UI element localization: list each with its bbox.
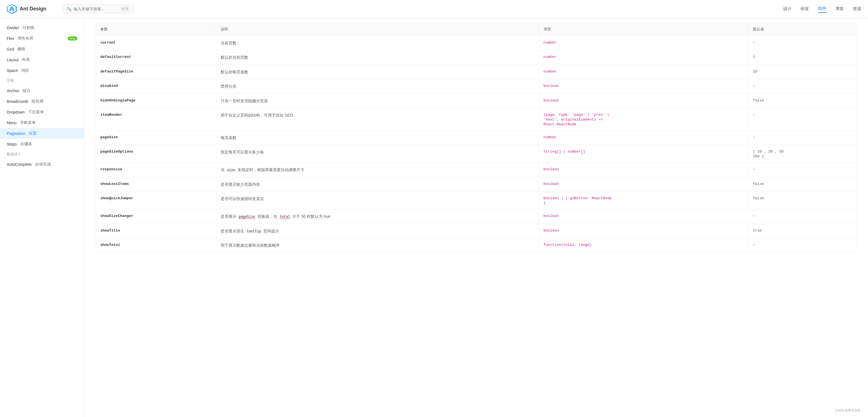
prop-name: pageSize	[100, 135, 118, 139]
prop-name: pageSizeOptions	[100, 150, 133, 154]
col-header-desc: 说明	[216, 23, 539, 36]
table-row: current 当前页数 number –	[96, 36, 857, 50]
type-text: boolean	[544, 98, 559, 102]
new-badge: New	[68, 36, 77, 40]
table-row: pageSizeOptions 指定每页可以显示多少条 string[] | n…	[96, 145, 857, 163]
default-text: 10	[753, 69, 757, 74]
table-row: showSizeChanger 是否展示 pageSize 切换器，当 tota…	[96, 210, 857, 224]
prop-name: defaultPageSize	[100, 69, 133, 74]
prop-name: responsive	[100, 167, 122, 171]
sidebar-item-dropdown[interactable]: Dropdown 下拉菜单	[0, 107, 84, 118]
default-text: –	[753, 167, 755, 171]
type-text: boolean	[544, 84, 559, 88]
desc-text: 是否展示 pageSize 切换器，当 total 大于 50 时默认为 tru…	[221, 214, 331, 219]
prop-name: showTitle	[100, 228, 120, 233]
table-row: showQuickJumper 是否可以快速跳转至某页 boolean | { …	[96, 192, 857, 210]
type-text: string[] | number[]	[544, 150, 585, 154]
default-text: –	[753, 243, 755, 247]
sidebar: Divider 分割线 Flex 弹性布局 New Grid 栅格 Layout…	[0, 18, 84, 264]
type-text: number	[544, 69, 557, 74]
nav-resources[interactable]: 资源	[853, 5, 861, 13]
type-text: number	[544, 40, 557, 45]
desc-text: 当 size 未指定时，根据屏幕宽度自动调整尺寸	[221, 167, 305, 172]
table-row: itemRender 用于自定义页码的结构，可用于优化 SEO (page, t…	[96, 108, 857, 130]
default-text: 1	[753, 55, 755, 59]
sidebar-item-divider[interactable]: Divider 分割线	[0, 23, 84, 33]
prop-name: showTotal	[100, 243, 120, 247]
table-row: defaultPageSize 默认的每页条数 number 10	[96, 65, 857, 79]
sidebar-item-breadcrumb[interactable]: Breadcrumb 面包屑	[0, 96, 84, 107]
default-text: –	[753, 135, 755, 139]
header: Ant Design 🔍 ⌘ K 设计 研发 组件 博客 资源	[0, 0, 868, 18]
default-text: –	[753, 40, 755, 45]
main-content: 参数 说明 类型 默认值 current 当前页数 number – defau…	[84, 18, 868, 264]
table-row: showLessItems 是否显示较少页面内容 boolean false	[96, 177, 857, 191]
table-header-row: 参数 说明 类型 默认值	[96, 23, 857, 36]
default-text: –	[753, 214, 755, 218]
default-text: false	[753, 182, 764, 186]
logo-text: Ant Design	[20, 6, 46, 12]
nav-blog[interactable]: 博客	[835, 5, 844, 13]
prop-name: itemRender	[100, 113, 122, 117]
type-text: boolean	[544, 214, 559, 218]
default-text: –	[753, 113, 755, 117]
desc-text: 是否显示较少页面内容	[221, 182, 260, 187]
sidebar-item-space[interactable]: Space 间距	[0, 65, 84, 76]
sidebar-item-flex[interactable]: Flex 弹性布局 New	[0, 33, 84, 44]
sidebar-item-steps[interactable]: Steps 步骤条	[0, 139, 84, 150]
default-text: false	[753, 98, 764, 102]
default-text: true	[753, 228, 762, 233]
table-row: showTitle 是否显示原生 tooltip 页码提示 boolean tr…	[96, 224, 857, 238]
default-text: [ 10 , 20 , 50100 ]	[753, 150, 784, 159]
col-header-type: 类型	[539, 23, 748, 36]
desc-text: 是否显示原生 tooltip 页码提示	[221, 229, 279, 233]
desc-text: 只有一页时是否隐藏分页器	[221, 99, 268, 103]
default-text: –	[753, 84, 755, 88]
prop-name: showQuickJumper	[100, 196, 133, 200]
type-text: number	[544, 135, 557, 139]
sidebar-item-grid[interactable]: Grid 栅格	[0, 44, 84, 55]
desc-text: 是否可以快速跳转至某页	[221, 196, 264, 201]
sidebar-item-anchor[interactable]: Anchor 锚点	[0, 86, 84, 96]
table-row: responsive 当 size 未指定时，根据屏幕宽度自动调整尺寸 bool…	[96, 163, 857, 177]
nav-develop[interactable]: 研发	[801, 5, 809, 13]
logo[interactable]: Ant Design	[7, 4, 52, 14]
page-container: 参数 说明 类型 默认值 current 当前页数 number – defau…	[0, 18, 868, 264]
table-row: hideOnSinglePage 只有一页时是否隐藏分页器 boolean fa…	[96, 94, 857, 108]
search-kbd: ⌘ K	[121, 6, 130, 11]
type-text: boolean	[544, 182, 559, 186]
nav-components[interactable]: 组件	[818, 5, 827, 13]
nav-design[interactable]: 设计	[783, 5, 792, 13]
header-nav: 设计 研发 组件 博客 资源	[783, 5, 861, 13]
prop-name: showSizeChanger	[100, 214, 133, 218]
sidebar-item-autocomplete[interactable]: AutoComplete 自动完成	[0, 159, 84, 170]
type-text: (page, type: 'page' | 'prev' |'next', or…	[544, 113, 610, 126]
col-header-prop: 参数	[96, 23, 216, 36]
nav-section-title: 导航	[0, 76, 84, 86]
desc-text: 禁用分页	[221, 84, 237, 89]
table-row: showTotal 用于显示数据总量和当前数据顺序 function(total…	[96, 238, 857, 252]
desc-text: 每页条数	[221, 135, 237, 140]
prop-name: showLessItems	[100, 182, 129, 186]
desc-text: 默认的当前页数	[221, 55, 248, 60]
search-bar[interactable]: 🔍 ⌘ K	[63, 4, 133, 13]
sidebar-item-menu[interactable]: Menu 导航菜单	[0, 118, 84, 128]
desc-text: 当前页数	[221, 41, 237, 45]
ant-design-logo-icon	[7, 4, 17, 14]
prop-name: current	[100, 40, 116, 45]
type-text: function(total, range)	[544, 243, 592, 247]
data-entry-section-title: 数据录入	[0, 150, 84, 159]
sidebar-item-layout[interactable]: Layout 布局	[0, 55, 84, 65]
sidebar-item-pagination[interactable]: Pagination 分页	[0, 128, 84, 139]
prop-name: defaultCurrent	[100, 55, 131, 59]
prop-name: disabled	[100, 84, 118, 88]
api-table: 参数 说明 类型 默认值 current 当前页数 number – defau…	[96, 23, 857, 253]
col-header-default: 默认值	[748, 23, 857, 36]
desc-text: 用于显示数据总量和当前数据顺序	[221, 243, 280, 248]
desc-text: 指定每页可以显示多少条	[221, 150, 264, 154]
table-row: disabled 禁用分页 boolean –	[96, 79, 857, 94]
desc-text: 用于自定义页码的结构，可用于优化 SEO	[221, 113, 293, 118]
prop-name: hideOnSinglePage	[100, 98, 135, 102]
search-input[interactable]	[74, 7, 119, 11]
table-row: defaultCurrent 默认的当前页数 number 1	[96, 50, 857, 65]
